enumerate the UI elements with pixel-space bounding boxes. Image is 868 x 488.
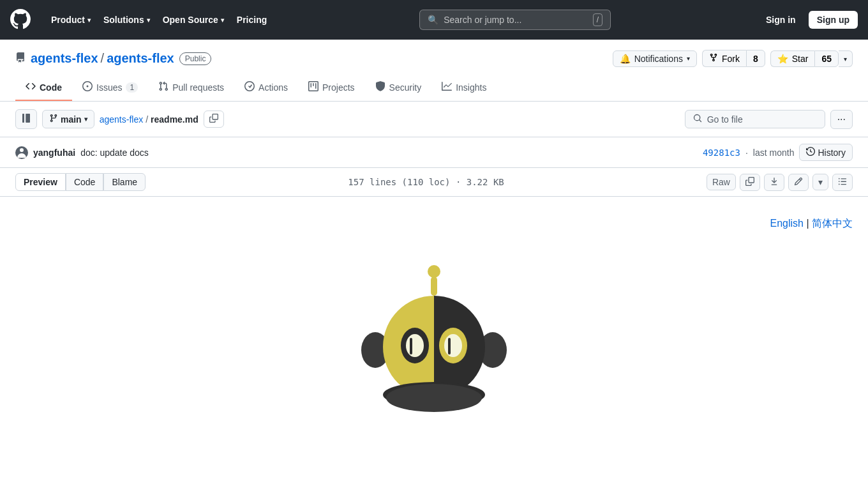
main-nav: Product ▾ Solutions ▾ Open Source ▾ Pric…	[46, 11, 272, 29]
file-content: English | 简体中文	[0, 197, 868, 450]
file-path-name: readme.md	[151, 114, 198, 125]
file-path: agents-flex / readme.md	[100, 114, 198, 125]
fork-group: Fork 8	[702, 50, 765, 67]
security-icon	[375, 81, 385, 93]
tab-projects[interactable]: Projects	[298, 75, 365, 101]
file-path-repo[interactable]: agents-flex	[100, 114, 143, 125]
commit-bar: yangfuhai doc: update docs 49281c3 · las…	[0, 137, 868, 168]
sign-in-button[interactable]: Sign in	[758, 11, 804, 28]
commit-hash[interactable]: 49281c3	[703, 148, 740, 158]
fork-button[interactable]: Fork	[702, 50, 746, 67]
search-box[interactable]: 🔍 Search or jump to... /	[419, 10, 611, 30]
english-link[interactable]: English	[770, 218, 803, 229]
nav-pricing[interactable]: Pricing	[232, 11, 272, 29]
avatar	[15, 146, 28, 159]
tab-code[interactable]: Code	[15, 75, 72, 101]
visibility-badge: Public	[179, 52, 212, 65]
download-icon	[770, 178, 779, 188]
tab-actions[interactable]: Actions	[234, 75, 298, 101]
download-button[interactable]	[764, 174, 784, 191]
copy-raw-button[interactable]	[740, 174, 760, 191]
tab-code[interactable]: Code	[66, 173, 103, 191]
repo-actions: 🔔 Notifications ▾ Fork 8	[613, 50, 853, 67]
chevron-down-icon: ▾	[844, 56, 847, 63]
svg-point-0	[428, 265, 440, 278]
svg-point-9	[444, 334, 462, 357]
header-actions: Sign in Sign up	[758, 11, 858, 29]
repo-icon	[15, 52, 26, 65]
repo-title-row: agents-flex / agents-flex Public 🔔 Notif…	[15, 50, 853, 67]
robot-image-container	[15, 251, 853, 430]
issues-icon	[82, 81, 93, 93]
copy-path-button[interactable]	[204, 111, 224, 128]
tab-pull-requests[interactable]: Pull requests	[148, 75, 234, 101]
main-header: Product ▾ Solutions ▾ Open Source ▾ Pric…	[0, 0, 868, 40]
robot-mascot	[332, 251, 536, 430]
readme-language-links: English | 简体中文	[15, 217, 853, 241]
search-shortcut: /	[593, 13, 602, 26]
issues-count: 1	[126, 82, 138, 93]
goto-file-input[interactable]: Go to file	[685, 110, 825, 128]
github-logo[interactable]	[10, 9, 31, 31]
repo-owner-link[interactable]: agents-flex	[31, 51, 98, 66]
edit-icon	[794, 178, 803, 188]
notifications-button[interactable]: 🔔 Notifications ▾	[613, 50, 697, 67]
star-count[interactable]: 65	[814, 50, 839, 67]
fork-count[interactable]: 8	[746, 50, 765, 67]
chevron-down-icon: ▾	[147, 17, 150, 24]
nav-product[interactable]: Product ▾	[46, 11, 96, 29]
star-button[interactable]: ⭐ Star	[770, 50, 815, 67]
chevron-down-icon: ▾	[687, 55, 690, 62]
branch-icon	[49, 114, 58, 125]
svg-rect-10	[448, 338, 451, 355]
svg-point-6	[406, 334, 424, 357]
more-file-options-button[interactable]: ▾	[812, 174, 828, 190]
tab-blame[interactable]: Blame	[103, 173, 146, 191]
repo-name-link[interactable]: agents-flex	[107, 51, 174, 66]
star-dropdown[interactable]: ▾	[839, 50, 853, 67]
tab-security[interactable]: Security	[365, 75, 432, 101]
file-view-actions: Raw ▾	[707, 174, 853, 191]
nav-open-source[interactable]: Open Source ▾	[158, 11, 229, 29]
history-icon	[806, 147, 815, 158]
file-meta: 157 lines (110 loc) · 3.22 KB	[348, 177, 504, 187]
file-toolbar: main ▾ agents-flex / readme.md Go to fil…	[0, 102, 868, 137]
svg-rect-1	[431, 277, 437, 296]
pr-icon	[158, 81, 168, 93]
search-area: 🔍 Search or jump to... /	[282, 10, 748, 30]
fork-icon	[709, 53, 718, 64]
actions-icon	[244, 81, 255, 93]
tab-preview[interactable]: Preview	[15, 173, 66, 191]
commit-author[interactable]: yangfuhai	[33, 148, 75, 158]
bell-icon: 🔔	[620, 54, 631, 64]
more-options-button[interactable]: ···	[830, 110, 853, 129]
code-icon	[26, 81, 36, 93]
repo-tabs: Code Issues 1 Pull requests	[15, 75, 853, 101]
branch-selector[interactable]: main ▾	[42, 110, 94, 128]
chinese-link[interactable]: 简体中文	[812, 218, 853, 229]
tab-issues[interactable]: Issues 1	[72, 75, 148, 101]
outline-icon	[838, 178, 847, 188]
projects-icon	[308, 81, 318, 93]
chevron-down-icon: ▾	[84, 116, 87, 123]
sidebar-toggle-button[interactable]	[15, 109, 37, 129]
breadcrumb: agents-flex / agents-flex	[31, 51, 174, 66]
svg-point-11	[386, 384, 482, 412]
edit-button[interactable]	[788, 174, 809, 191]
raw-button[interactable]: Raw	[707, 174, 736, 190]
file-view-header: Preview Code Blame 157 lines (110 loc) ·…	[0, 168, 868, 197]
copy-icon	[745, 178, 754, 188]
sidebar-icon	[21, 116, 31, 125]
ellipsis-icon: ···	[837, 114, 846, 125]
star-group: ⭐ Star 65 ▾	[770, 50, 853, 67]
search-icon: 🔍	[428, 15, 438, 25]
sign-up-button[interactable]: Sign up	[809, 11, 858, 29]
insights-icon	[442, 81, 452, 93]
search-icon	[693, 114, 702, 125]
star-icon: ⭐	[777, 54, 788, 64]
tab-insights[interactable]: Insights	[431, 75, 497, 101]
commit-message: doc: update docs	[80, 148, 149, 158]
history-button[interactable]: History	[799, 144, 853, 161]
nav-solutions[interactable]: Solutions ▾	[98, 11, 155, 29]
outline-toggle-button[interactable]	[832, 174, 853, 191]
